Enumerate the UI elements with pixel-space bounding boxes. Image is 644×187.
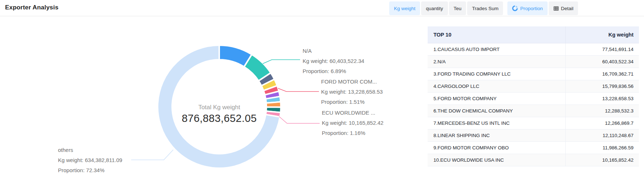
top10-table-body: 1.CAUCASUS AUTO IMPORT77,541,691.142.N/A… xyxy=(428,43,639,166)
kg-weight-cell: 10,165,852.42 xyxy=(565,154,639,166)
column-header-top10: TOP 10 xyxy=(428,26,565,43)
callout-prop: Proportion: 1.16% xyxy=(322,128,383,138)
kg-weight-cell: 12,266,869.7 xyxy=(565,117,639,129)
callout-ecu: ECU WORLDWIDE ... Kg weight: 10,165,852.… xyxy=(322,108,383,138)
exporter-name-cell: 6.THE DOW CHEMICAL COMPANY xyxy=(428,105,565,117)
total-caption: Total Kg weight xyxy=(147,104,292,111)
kg-weight-cell: 60,403,522.34 xyxy=(565,55,639,68)
callout-line xyxy=(263,60,300,64)
kg-weight-cell: 12,110,248.67 xyxy=(565,129,639,141)
callout-name: N/A xyxy=(303,46,364,56)
callout-prop: Proportion: 1.51% xyxy=(321,97,383,107)
column-header-kg-weight: Kg weight xyxy=(565,26,639,43)
exporter-name-cell: 4.CARGOLOOP LLC xyxy=(428,80,565,92)
callout-name: others xyxy=(58,145,122,155)
exporter-name-cell: 2.N/A xyxy=(428,55,565,68)
table-row: 9.FORD MOTOR COMPANY OBO11,986,266.59 xyxy=(428,141,639,154)
callout-kg: Kg weight: 13,228,658.53 xyxy=(321,87,383,97)
callout-name: ECU WORLDWIDE ... xyxy=(322,108,383,118)
callout-kg: Kg weight: 60,403,522.34 xyxy=(303,56,364,66)
exporter-name-cell: 10.ECU WORLDWIDE USA INC xyxy=(428,154,565,166)
callout-others: others Kg weight: 634,382,811.09 Proport… xyxy=(58,145,122,175)
table-row: 5.FORD MOTOR COMPANY13,228,658.53 xyxy=(428,92,639,105)
exporter-name-cell: 1.CAUCASUS AUTO IMPORT xyxy=(428,43,565,55)
callout-line xyxy=(131,150,173,160)
table-row: 4.CARGOLOOP LLC15,799,836.56 xyxy=(428,80,639,92)
exporter-name-cell: 9.FORD MOTOR COMPANY OBO xyxy=(428,141,565,154)
exporter-name-cell: 8.LINEAR SHIPPING INC xyxy=(428,129,565,141)
kg-weight-cell: 16,709,362.71 xyxy=(565,68,639,80)
table-row: 6.THE DOW CHEMICAL COMPANY12,288,532.3 xyxy=(428,105,639,117)
kg-weight-cell: 77,541,691.14 xyxy=(565,43,639,55)
table-row: 2.N/A60,403,522.34 xyxy=(428,55,639,68)
table-row: 8.LINEAR SHIPPING INC12,110,248.67 xyxy=(428,129,639,141)
callout-name: FORD MOTOR COM... xyxy=(321,77,383,87)
top10-table: TOP 10 Kg weight 1.CAUCASUS AUTO IMPORT7… xyxy=(428,26,639,166)
table-header-row: TOP 10 Kg weight xyxy=(428,26,639,43)
kg-weight-cell: 11,986,266.59 xyxy=(565,141,639,154)
callout-line xyxy=(278,88,319,92)
callout-kg: Kg weight: 634,382,811.09 xyxy=(58,155,122,165)
callout-na: N/A Kg weight: 60,403,522.34 Proportion:… xyxy=(303,46,364,76)
total-value: 876,883,652.05 xyxy=(147,112,292,124)
exporter-name-cell: 3.FORD TRADING COMPANY LLC xyxy=(428,68,565,80)
exporter-name-cell: 7.MERCEDES-BENZ US INTL INC xyxy=(428,117,565,129)
table-row: 7.MERCEDES-BENZ US INTL INC12,266,869.7 xyxy=(428,117,639,129)
callout-kg: Kg weight: 10,165,852.42 xyxy=(322,118,383,128)
table-row: 1.CAUCASUS AUTO IMPORT77,541,691.14 xyxy=(428,43,639,55)
callout-prop: Proportion: 72.34% xyxy=(58,165,122,175)
kg-weight-cell: 13,228,658.53 xyxy=(565,92,639,105)
donut-center-label: Total Kg weight 876,883,652.05 xyxy=(147,104,292,124)
callout-prop: Proportion: 6.89% xyxy=(303,66,364,76)
table-row: 10.ECU WORLDWIDE USA INC10,165,852.42 xyxy=(428,154,639,166)
exporter-name-cell: 5.FORD MOTOR COMPANY xyxy=(428,92,565,105)
kg-weight-cell: 15,799,836.56 xyxy=(565,80,639,92)
callout-ford-motor: FORD MOTOR COM... Kg weight: 13,228,658.… xyxy=(321,77,383,107)
kg-weight-cell: 12,288,532.3 xyxy=(565,105,639,117)
table-row: 3.FORD TRADING COMPANY LLC16,709,362.71 xyxy=(428,68,639,80)
